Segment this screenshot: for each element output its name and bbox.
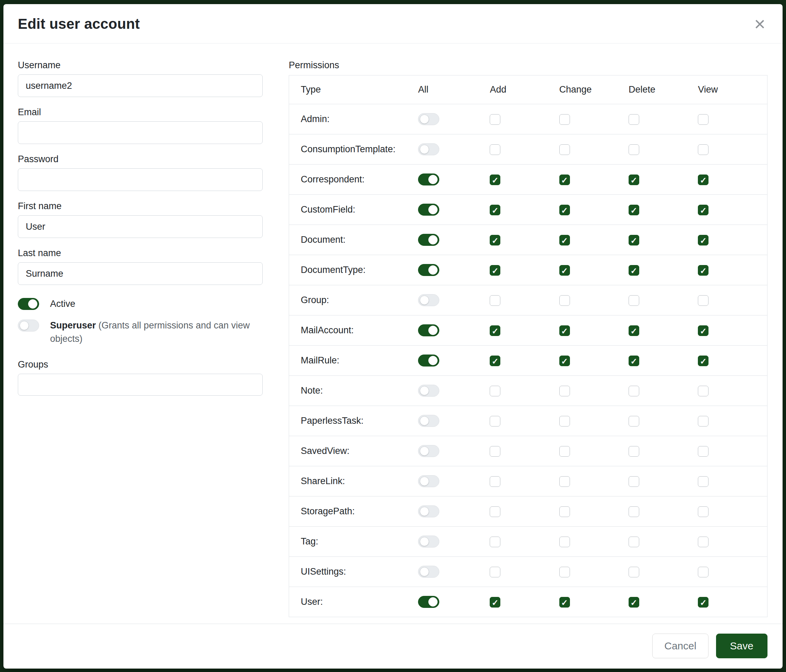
permission-view-checkbox[interactable] <box>698 476 709 487</box>
permission-view-checkbox[interactable] <box>698 235 709 245</box>
permissions-col-type: Type <box>289 75 418 104</box>
permission-add-checkbox[interactable] <box>490 446 500 457</box>
permission-add-checkbox[interactable] <box>490 506 500 517</box>
permission-delete-checkbox[interactable] <box>629 356 639 366</box>
first-name-field[interactable] <box>18 215 263 238</box>
permission-delete-checkbox[interactable] <box>629 205 639 215</box>
permission-all-toggle[interactable] <box>418 294 439 306</box>
permission-view-checkbox[interactable] <box>698 205 709 215</box>
permission-delete-checkbox[interactable] <box>629 295 639 306</box>
permission-delete-checkbox[interactable] <box>629 144 639 155</box>
permission-delete-checkbox[interactable] <box>629 325 639 336</box>
permission-add-checkbox[interactable] <box>490 567 500 577</box>
permission-change-checkbox[interactable] <box>559 295 570 306</box>
active-toggle[interactable] <box>18 298 39 310</box>
permission-change-checkbox[interactable] <box>559 506 570 517</box>
permission-view-checkbox[interactable] <box>698 265 709 276</box>
permission-view-checkbox[interactable] <box>698 386 709 396</box>
permission-delete-checkbox[interactable] <box>629 386 639 396</box>
permission-all-toggle[interactable] <box>418 475 439 487</box>
permission-all-toggle[interactable] <box>418 355 439 366</box>
permission-add-checkbox[interactable] <box>490 114 500 125</box>
permission-delete-checkbox[interactable] <box>629 265 639 276</box>
permission-add-checkbox[interactable] <box>490 597 500 608</box>
permission-add-checkbox[interactable] <box>490 295 500 306</box>
permission-all-toggle[interactable] <box>418 566 439 578</box>
permission-delete-checkbox[interactable] <box>629 506 639 517</box>
permission-delete-checkbox[interactable] <box>629 174 639 185</box>
permissions-col-add: Add <box>490 75 559 104</box>
last-name-field[interactable] <box>18 262 263 285</box>
permission-change-checkbox[interactable] <box>559 567 570 577</box>
permission-delete-checkbox[interactable] <box>629 537 639 547</box>
permission-all-toggle[interactable] <box>418 506 439 517</box>
permission-add-checkbox[interactable] <box>490 144 500 155</box>
groups-select[interactable] <box>18 374 263 396</box>
permission-all-toggle[interactable] <box>418 535 439 548</box>
toggle-knob <box>428 356 438 365</box>
permission-change-checkbox[interactable] <box>559 476 570 487</box>
permission-add-checkbox[interactable] <box>490 325 500 336</box>
close-icon[interactable]: × <box>752 17 767 31</box>
permission-view-checkbox[interactable] <box>698 295 709 306</box>
permission-add-checkbox[interactable] <box>490 174 500 185</box>
permission-delete-checkbox[interactable] <box>629 597 639 608</box>
permission-delete-checkbox[interactable] <box>629 416 639 427</box>
permission-change-checkbox[interactable] <box>559 386 570 396</box>
permission-delete-checkbox[interactable] <box>629 446 639 457</box>
permission-change-checkbox[interactable] <box>559 205 570 215</box>
permission-change-checkbox[interactable] <box>559 114 570 125</box>
permission-all-toggle[interactable] <box>418 324 439 336</box>
permission-add-checkbox[interactable] <box>490 235 500 245</box>
permission-change-checkbox[interactable] <box>559 325 570 336</box>
permission-view-checkbox[interactable] <box>698 506 709 517</box>
permission-change-checkbox[interactable] <box>559 597 570 608</box>
permission-view-checkbox[interactable] <box>698 597 709 608</box>
permission-delete-checkbox[interactable] <box>629 567 639 577</box>
permission-view-checkbox[interactable] <box>698 567 709 577</box>
permission-add-checkbox[interactable] <box>490 537 500 547</box>
permission-all-toggle[interactable] <box>418 596 439 608</box>
permission-all-toggle[interactable] <box>418 113 439 125</box>
permission-view-checkbox[interactable] <box>698 144 709 155</box>
permission-delete-checkbox[interactable] <box>629 476 639 487</box>
permission-change-checkbox[interactable] <box>559 174 570 185</box>
permission-all-toggle[interactable] <box>418 173 439 185</box>
permission-change-checkbox[interactable] <box>559 416 570 427</box>
permission-all-toggle[interactable] <box>418 385 439 397</box>
permission-delete-checkbox[interactable] <box>629 114 639 125</box>
permission-all-toggle[interactable] <box>418 264 439 276</box>
permission-add-checkbox[interactable] <box>490 386 500 396</box>
permission-change-checkbox[interactable] <box>559 265 570 276</box>
permission-change-checkbox[interactable] <box>559 144 570 155</box>
permission-all-toggle[interactable] <box>418 234 439 246</box>
superuser-toggle[interactable] <box>18 320 39 331</box>
permission-view-checkbox[interactable] <box>698 114 709 125</box>
permission-add-checkbox[interactable] <box>490 356 500 366</box>
permission-change-checkbox[interactable] <box>559 356 570 366</box>
permission-view-checkbox[interactable] <box>698 537 709 547</box>
permission-all-toggle[interactable] <box>418 204 439 216</box>
permission-row: UISettings: <box>289 557 767 587</box>
permission-add-checkbox[interactable] <box>490 416 500 427</box>
permission-add-checkbox[interactable] <box>490 476 500 487</box>
permission-add-checkbox[interactable] <box>490 265 500 276</box>
username-input[interactable] <box>18 74 263 97</box>
permission-view-checkbox[interactable] <box>698 356 709 366</box>
permission-view-checkbox[interactable] <box>698 446 709 457</box>
permission-add-checkbox[interactable] <box>490 205 500 215</box>
permission-delete-checkbox[interactable] <box>629 235 639 245</box>
password-field[interactable] <box>18 168 263 191</box>
permission-change-checkbox[interactable] <box>559 446 570 457</box>
permission-view-checkbox[interactable] <box>698 174 709 185</box>
permission-change-checkbox[interactable] <box>559 235 570 245</box>
permission-all-toggle[interactable] <box>418 445 439 457</box>
save-button[interactable]: Save <box>716 634 767 658</box>
permission-change-checkbox[interactable] <box>559 537 570 547</box>
cancel-button[interactable]: Cancel <box>652 634 708 658</box>
permission-view-checkbox[interactable] <box>698 416 709 427</box>
permission-all-toggle[interactable] <box>418 415 439 427</box>
permission-all-toggle[interactable] <box>418 143 439 155</box>
permission-view-checkbox[interactable] <box>698 325 709 336</box>
email-field[interactable] <box>18 121 263 144</box>
